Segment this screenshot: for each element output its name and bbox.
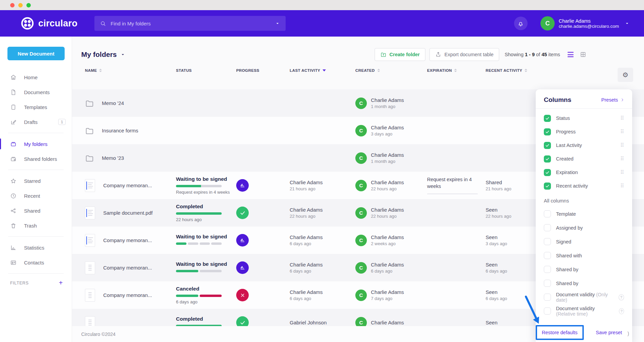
checkbox-checked[interactable]	[544, 169, 551, 176]
status-subtext: 6 days ago	[176, 299, 236, 304]
expiration-track	[427, 193, 478, 194]
contacts-icon	[10, 259, 17, 266]
minimize-window-button[interactable]	[18, 3, 23, 7]
sidebar-item-label: Documents	[24, 89, 50, 95]
drag-handle-icon[interactable]: ⠿	[620, 156, 624, 162]
create-folder-button[interactable]: Create folder	[375, 48, 425, 61]
column-header-progress[interactable]: PROGRESS	[236, 68, 290, 72]
sidebar-item-shared-folders[interactable]: Shared folders	[0, 151, 72, 166]
checkbox-unchecked[interactable]	[544, 224, 551, 231]
zoom-window-button[interactable]	[26, 3, 31, 7]
checkbox-checked[interactable]	[544, 155, 551, 163]
user-menu[interactable]: C Charlie Adams charlie.adams@circularo.…	[540, 16, 630, 30]
created-cell: C Charlie Adams 2 weeks ago	[355, 234, 427, 246]
shared-folders-icon	[10, 156, 17, 162]
grid-view-icon[interactable]	[580, 51, 586, 58]
item-name: Memo '24	[102, 100, 124, 106]
clock-icon	[10, 193, 17, 199]
add-filter-button[interactable]: +	[59, 279, 63, 287]
page-title[interactable]: My folders	[81, 50, 126, 59]
drag-handle-icon[interactable]: ⠿	[620, 169, 624, 175]
new-document-button[interactable]: New Document	[7, 47, 65, 60]
checkbox-unchecked[interactable]	[544, 280, 551, 287]
column-header-last-activity[interactable]: LAST ACTIVITY	[290, 68, 355, 72]
progress-status-cancel-icon	[236, 289, 249, 301]
checkbox-unchecked[interactable]	[544, 266, 551, 273]
search-input[interactable]	[111, 21, 275, 26]
status-label: Canceled	[176, 286, 236, 292]
close-window-button[interactable]	[10, 3, 15, 7]
sidebar-item-home[interactable]: Home	[0, 70, 72, 85]
columns-panel-title: Columns	[544, 96, 571, 104]
folder-icon	[85, 154, 94, 163]
column-header-expiration[interactable]: EXPIRATION	[427, 68, 486, 72]
last-activity-info: Charlie Adams 6 days ago	[290, 234, 355, 246]
circularo-logo-icon	[21, 17, 34, 30]
sidebar-item-starred[interactable]: Starred	[0, 173, 72, 188]
created-cell: C Charlie Adams 7 days ago	[355, 289, 427, 301]
save-preset-button[interactable]: Save preset	[596, 330, 622, 335]
checkbox-unchecked[interactable]	[544, 238, 551, 245]
list-view-icon[interactable]	[568, 52, 574, 57]
sidebar-item-statistics[interactable]: Statistics	[0, 240, 72, 255]
help-icon[interactable]: ?	[619, 294, 624, 300]
sidebar-item-contacts[interactable]: Contacts	[0, 255, 72, 270]
checkbox-unchecked[interactable]	[544, 210, 551, 217]
column-header-status[interactable]: STATUS	[176, 68, 236, 72]
export-table-button[interactable]: Export document table	[429, 48, 499, 61]
item-name: Memo '23	[102, 155, 124, 161]
restore-defaults-button[interactable]: Restore defaults	[542, 330, 578, 335]
progress-bar	[176, 185, 222, 187]
sidebar-item-label: Drafts	[24, 119, 38, 125]
document-thumbnail	[85, 179, 95, 192]
help-icon[interactable]: ?	[619, 308, 624, 314]
export-icon	[435, 51, 441, 58]
columns-panel-header: Columns Presets	[536, 89, 632, 109]
sidebar-item-shared[interactable]: Shared	[0, 203, 72, 218]
bell-icon	[517, 20, 524, 27]
checkbox-unchecked[interactable]	[544, 252, 551, 259]
global-search[interactable]	[94, 16, 286, 31]
sidebar-item-templates[interactable]: Templates	[0, 100, 72, 114]
notifications-button[interactable]	[514, 17, 528, 30]
progress-cell	[236, 179, 290, 192]
progress-bar	[176, 212, 222, 215]
sidebar-item-my-folders[interactable]: My folders	[0, 136, 72, 151]
checkbox-checked[interactable]	[544, 128, 551, 135]
item-name: Company memoran...	[103, 265, 152, 271]
expiration-text: Request expires in 4 weeks	[427, 176, 481, 190]
presets-link[interactable]: Presets	[601, 97, 625, 103]
column-toggle-assigned-by: Assigned by	[544, 221, 624, 235]
document-thumbnail	[85, 289, 95, 302]
app-logo[interactable]: circularo	[21, 17, 77, 30]
table-settings-button[interactable]: ⚙	[618, 68, 633, 82]
sidebar-item-documents[interactable]: Documents	[0, 85, 72, 100]
search-scope-chevron-down-icon[interactable]	[275, 21, 280, 26]
progress-bar	[176, 295, 222, 297]
star-icon	[10, 178, 17, 184]
drag-handle-icon[interactable]: ⠿	[620, 115, 624, 121]
share-icon	[10, 208, 17, 214]
sort-icon	[525, 69, 527, 72]
cancel-icon	[239, 292, 246, 299]
columns-panel-footer: Restore defaults Save preset	[536, 323, 625, 342]
drag-handle-icon[interactable]: ⠿	[620, 183, 624, 189]
drag-handle-icon[interactable]: ⠿	[620, 129, 624, 135]
column-toggle-status: Status ⠿	[544, 111, 624, 125]
checkbox-unchecked[interactable]	[544, 294, 551, 301]
home-icon	[10, 74, 17, 81]
sidebar-item-drafts[interactable]: Drafts 1	[0, 114, 72, 129]
creator-info: Charlie Adams	[371, 320, 404, 325]
column-header-name[interactable]: NAME	[85, 68, 176, 72]
sidebar-item-trash[interactable]: Trash	[0, 218, 72, 233]
checkbox-checked[interactable]	[544, 142, 551, 149]
sidebar-item-recent[interactable]: Recent	[0, 188, 72, 203]
column-header-created[interactable]: CREATED	[355, 68, 427, 72]
checkbox-checked[interactable]	[544, 115, 551, 122]
drag-handle-icon[interactable]: ⠿	[620, 142, 624, 148]
checkbox-unchecked[interactable]	[544, 307, 551, 315]
chevron-right-icon	[620, 98, 625, 102]
header-right: C Charlie Adams charlie.adams@circularo.…	[514, 16, 644, 30]
checkbox-checked[interactable]	[544, 183, 551, 190]
sort-icon	[377, 69, 380, 72]
